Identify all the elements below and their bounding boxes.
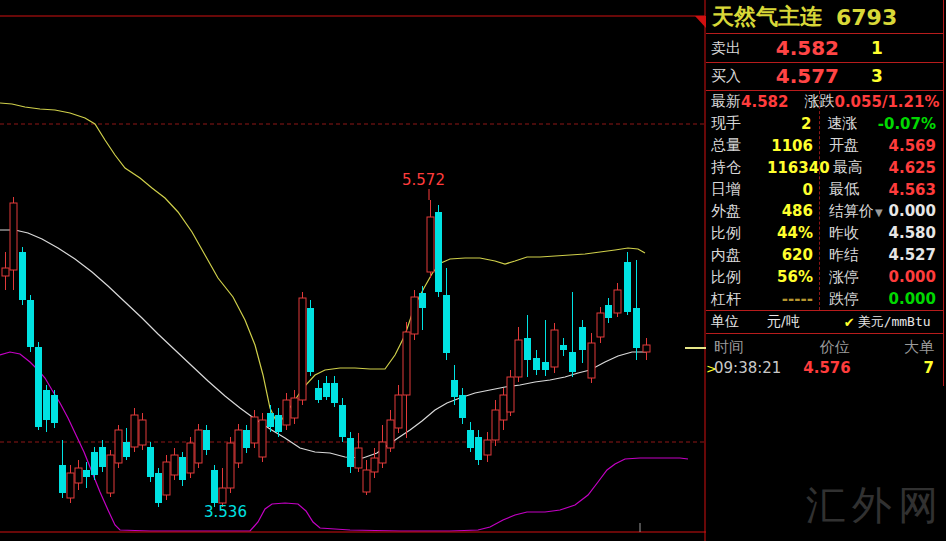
quote-grid-row: 杠杆-----跌停0.000 — [706, 288, 944, 310]
candle-body — [605, 305, 612, 318]
candle-body — [307, 308, 314, 372]
candle-body — [403, 332, 410, 395]
quote-grid-row: 现手2速涨-0.07% — [706, 113, 944, 135]
grid-divider — [819, 91, 820, 310]
candle-body — [51, 395, 58, 423]
field-label: 最新 — [711, 92, 741, 111]
candle-body — [614, 290, 621, 313]
candle-body — [387, 420, 394, 448]
col-size: 大单 — [870, 338, 934, 357]
ask-qty: 1 — [839, 38, 915, 58]
candle-body — [275, 415, 282, 432]
candle-body — [633, 308, 640, 348]
field-label: 杠杆 — [711, 290, 767, 309]
candle-body — [435, 212, 442, 292]
field-label: 比例 — [711, 224, 767, 243]
field-value: 0.000 — [881, 202, 936, 220]
candle-body — [443, 295, 450, 353]
candle-body — [283, 400, 290, 425]
trade-table-header: 时间 价位 大单 — [706, 336, 944, 358]
candle-body — [643, 345, 650, 352]
field-value: 0.000 — [881, 290, 936, 308]
candle-body — [588, 343, 595, 378]
candle-body — [339, 405, 346, 437]
candle-body — [467, 430, 474, 448]
candle-body — [379, 442, 386, 463]
candle-body — [75, 468, 82, 483]
candle-body — [187, 443, 194, 473]
high-price-label: 5.572 — [402, 171, 445, 189]
field-value: 4.569 — [881, 137, 936, 155]
quote-grid-row: 内盘620昨结4.527 — [706, 244, 944, 266]
field-label: 跌停 — [829, 290, 881, 309]
candle-body — [171, 455, 178, 475]
unit-row[interactable]: 单位 元/吨 ✔ 美元/mmBtu — [706, 311, 944, 333]
ask-price: 4.582 — [759, 36, 839, 60]
candle-body — [35, 347, 42, 427]
bid-label: 买入 — [711, 67, 759, 86]
instrument-header[interactable]: 天然气主连 6793 — [712, 2, 942, 32]
field-label: 总量 — [711, 136, 767, 155]
candle-body — [347, 438, 354, 467]
candle-body — [569, 352, 576, 372]
unit-cny[interactable]: 元/吨 — [767, 313, 800, 331]
quote-panel: 天然气主连 6793 卖出 4.582 1 买入 4.577 3 最新4.582… — [706, 0, 946, 541]
field-value: 116340 — [767, 159, 817, 177]
candle-body — [560, 345, 567, 350]
quote-grid: 最新4.582涨跌0.055/1.21%现手2速涨-0.07%总量1106开盘4… — [706, 91, 944, 310]
field-value: 620 — [767, 246, 813, 264]
candle-body — [524, 338, 531, 360]
quote-grid-row: 最新4.582涨跌0.055/1.21% — [706, 91, 944, 113]
candle-body — [355, 448, 362, 468]
candle-body — [107, 455, 114, 493]
band-upper — [0, 103, 645, 425]
field-value: 0.000 — [881, 268, 936, 286]
candle-body — [227, 443, 234, 488]
field-value: 4.527 — [881, 246, 936, 264]
bid-row: 买入 4.577 3 — [706, 62, 944, 90]
candle-body — [251, 417, 258, 443]
quote-grid-row[interactable]: 外盘486结算价▼0.000 — [706, 201, 944, 223]
candle-body — [131, 415, 138, 447]
trade-size: 7 — [862, 359, 934, 377]
bid-qty: 3 — [839, 66, 915, 86]
field-value: 4.582 — [741, 93, 788, 111]
candle-body — [10, 203, 17, 270]
candle-body — [219, 488, 226, 503]
separator — [706, 333, 944, 334]
trade-time: 09:38:21 — [714, 359, 792, 377]
candle-body — [115, 430, 122, 463]
candle-body — [59, 465, 66, 493]
candle-body — [624, 262, 631, 312]
candle-body — [267, 413, 274, 427]
field-value: 44% — [767, 224, 813, 242]
candle-body — [542, 362, 549, 370]
field-value: 4.563 — [881, 181, 936, 199]
ask-row: 卖出 4.582 1 — [706, 34, 944, 62]
candle-body — [459, 395, 466, 418]
field-value: 1106 — [767, 137, 813, 155]
field-label: 日增 — [711, 180, 767, 199]
candle-body — [211, 470, 218, 503]
check-icon: ✔ — [844, 315, 855, 330]
candle-body — [43, 390, 50, 420]
field-value: 56% — [767, 268, 813, 286]
trading-terminal: 5.5723.536 天然气主连 6793 卖出 4.582 1 买入 4.57… — [0, 0, 946, 541]
field-label: 最低 — [829, 180, 881, 199]
candle-body — [27, 300, 34, 347]
unit-usd[interactable]: 美元/mmBtu — [858, 313, 931, 331]
field-value: 0 — [767, 181, 813, 199]
candle-body — [323, 383, 330, 397]
instrument-name: 天然气主连 — [712, 2, 822, 32]
field-label: 昨结 — [829, 246, 881, 265]
quote-grid-row: 持仓116340最高4.625 — [706, 157, 944, 179]
candle-body — [315, 388, 322, 400]
candle-body — [331, 383, 338, 403]
instrument-code: 6793 — [836, 5, 897, 30]
field-label: 最高 — [833, 158, 885, 177]
field-label: 结算价▼ — [829, 202, 881, 221]
candle-body — [299, 298, 306, 400]
field-label: 比例 — [711, 268, 767, 287]
candle-body — [507, 377, 514, 412]
bid-price: 4.577 — [759, 64, 839, 88]
